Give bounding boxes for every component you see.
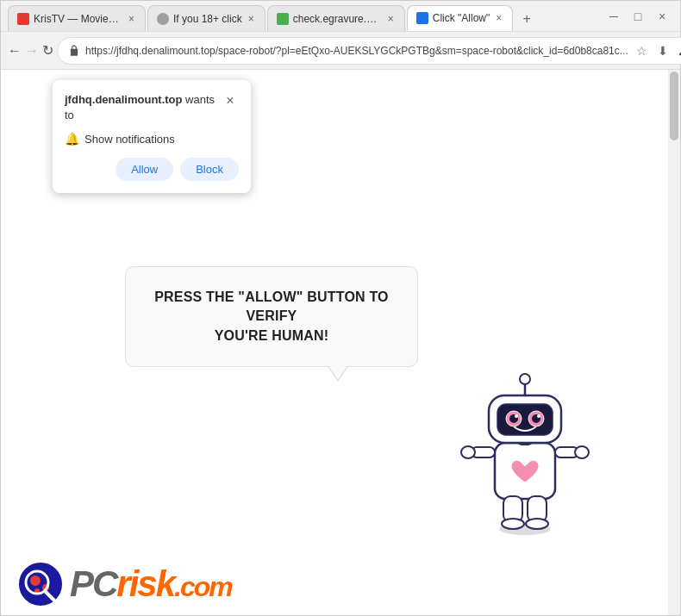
nav-bar: ← → ↻ https://jfdhq.denalimount.top/spac… bbox=[1, 32, 680, 70]
bookmark-icon[interactable]: ☆ bbox=[634, 42, 651, 59]
bubble-line1: PRESS THE "ALLOW" BUTTON TO VERIFY bbox=[154, 289, 389, 323]
tab-close-3[interactable]: × bbox=[386, 11, 396, 27]
svg-point-10 bbox=[515, 414, 518, 418]
allow-button[interactable]: Allow bbox=[116, 158, 173, 181]
new-tab-button[interactable]: + bbox=[515, 7, 539, 31]
tab-favicon-1 bbox=[17, 13, 29, 25]
tab-1[interactable]: KrisTV — Movies and S... × bbox=[8, 5, 146, 31]
popup-buttons: Allow Block bbox=[65, 158, 239, 181]
tab-2[interactable]: If you 18+ click × bbox=[147, 5, 266, 31]
svg-point-17 bbox=[575, 446, 589, 458]
popup-title: jfdhq.denalimount.top wants to bbox=[65, 92, 222, 123]
robot-svg bbox=[456, 348, 594, 538]
maximize-button[interactable]: □ bbox=[627, 5, 649, 28]
svg-point-15 bbox=[461, 446, 475, 458]
profile-icon[interactable] bbox=[675, 42, 681, 59]
pcrisk-logo: PCrisk.com bbox=[18, 562, 232, 607]
scrollbar-thumb[interactable] bbox=[670, 72, 678, 140]
download-icon[interactable]: ⬇ bbox=[654, 42, 672, 59]
bubble-text: PRESS THE "ALLOW" BUTTON TO VERIFY YOU'R… bbox=[153, 288, 390, 345]
svg-point-23 bbox=[30, 576, 41, 586]
bubble-line2: YOU'RE HUMAN! bbox=[215, 328, 329, 343]
tab-label-1: KrisTV — Movies and S... bbox=[34, 13, 122, 25]
robot-illustration bbox=[456, 348, 594, 538]
popup-close-button[interactable]: × bbox=[222, 92, 239, 109]
popup-notification-label: Show notifications bbox=[84, 133, 175, 146]
svg-point-21 bbox=[526, 519, 548, 529]
refresh-button[interactable]: ↻ bbox=[42, 37, 53, 65]
tab-label-3: check.egravure.com/76... bbox=[293, 13, 382, 25]
browser-window: KrisTV — Movies and S... × If you 18+ cl… bbox=[0, 0, 681, 616]
forward-button[interactable]: → bbox=[25, 37, 39, 65]
pcrisk-logo-icon bbox=[18, 562, 63, 607]
back-button[interactable]: ← bbox=[8, 37, 22, 65]
lock-icon bbox=[68, 45, 80, 57]
popup-domain: jfdhq.denalimount.top bbox=[65, 93, 182, 106]
popup-header: jfdhq.denalimount.top wants to × bbox=[65, 92, 239, 123]
svg-point-20 bbox=[502, 519, 524, 529]
address-icons: ☆ ⬇ ⋮ bbox=[634, 42, 681, 59]
tab-close-2[interactable]: × bbox=[247, 11, 256, 27]
tab-close-4[interactable]: × bbox=[494, 10, 503, 26]
address-bar[interactable]: https://jfdhq.denalimount.top/space-robo… bbox=[57, 37, 681, 65]
pcrisk-logo-text: PCrisk.com bbox=[70, 563, 232, 605]
notification-popup: jfdhq.denalimount.top wants to × 🔔 Show … bbox=[53, 80, 251, 193]
page-content: jfdhq.denalimount.top wants to × 🔔 Show … bbox=[1, 70, 680, 615]
minimize-button[interactable]: ─ bbox=[603, 5, 625, 28]
risk-text: risk bbox=[116, 563, 174, 604]
tab-favicon-3 bbox=[277, 13, 289, 25]
address-text: https://jfdhq.denalimount.top/space-robo… bbox=[85, 45, 628, 57]
tab-3[interactable]: check.egravure.com/76... × bbox=[267, 5, 405, 31]
bell-icon: 🔔 bbox=[65, 132, 79, 146]
tab-favicon-2 bbox=[157, 13, 169, 25]
tab-bar: KrisTV — Movies and S... × If you 18+ cl… bbox=[8, 1, 592, 31]
block-button[interactable]: Block bbox=[180, 158, 239, 181]
scrollbar[interactable] bbox=[668, 70, 680, 615]
tab-favicon-4 bbox=[416, 12, 428, 24]
tab-close-1[interactable]: × bbox=[127, 11, 136, 27]
com-text: .com bbox=[174, 571, 232, 602]
speech-bubble: PRESS THE "ALLOW" BUTTON TO VERIFY YOU'R… bbox=[125, 266, 418, 367]
tab-4[interactable]: Click "Allow" × bbox=[407, 5, 514, 31]
tab-label-2: If you 18+ click bbox=[173, 13, 242, 25]
pc-text: PC bbox=[70, 563, 116, 604]
tab-label-4: Click "Allow" bbox=[433, 12, 490, 24]
svg-point-11 bbox=[537, 414, 540, 418]
close-window-button[interactable]: × bbox=[651, 5, 673, 28]
svg-point-13 bbox=[520, 374, 530, 384]
window-controls: ─ □ × bbox=[603, 5, 673, 28]
popup-notification-row: 🔔 Show notifications bbox=[65, 132, 239, 146]
title-bar: KrisTV — Movies and S... × If you 18+ cl… bbox=[1, 1, 680, 32]
